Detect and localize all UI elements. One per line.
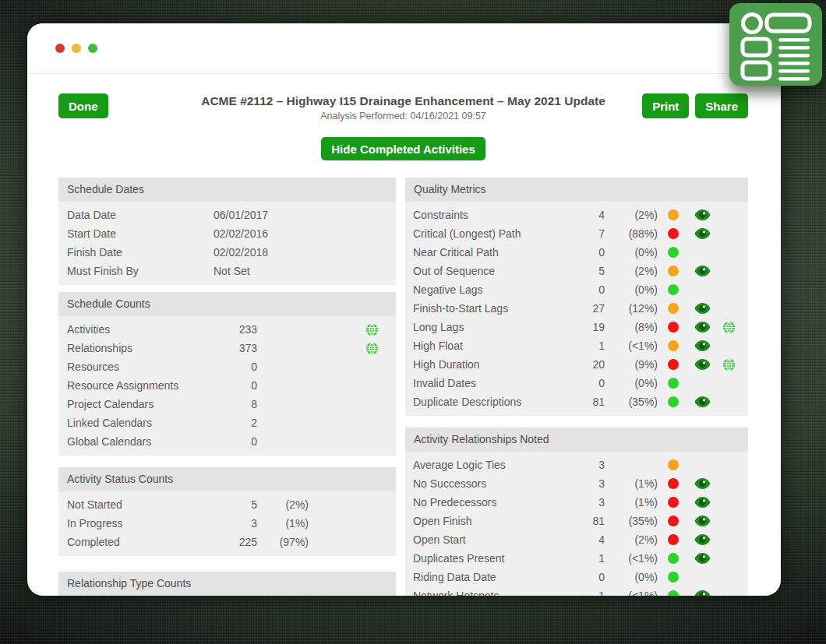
panel-body: Not Started 5 (2%) In Progress 3 (1%) bbox=[58, 491, 396, 556]
panel-body: Data Date 06/01/2017 Start Date 02/02/20… bbox=[58, 202, 396, 285]
row-count: 373 bbox=[207, 342, 257, 354]
row-label: Resources bbox=[67, 361, 207, 373]
row-count: 81 bbox=[569, 515, 605, 527]
row-label: Activities bbox=[67, 323, 207, 336]
eye-icon[interactable] bbox=[694, 340, 711, 351]
table-row: Resource Assignments 0 bbox=[58, 376, 396, 395]
eye-icon[interactable] bbox=[694, 359, 711, 370]
table-row: Riding Data Date 0 (0%) bbox=[405, 568, 748, 586]
status-dot bbox=[668, 572, 679, 582]
row-value: 02/02/2018 bbox=[214, 246, 387, 259]
row-label: In Progress bbox=[67, 517, 207, 530]
row-label: Completed bbox=[67, 536, 207, 548]
row-label: Start Date bbox=[67, 227, 214, 240]
row-value: 06/01/2017 bbox=[214, 209, 387, 221]
eye-icon[interactable] bbox=[694, 553, 711, 564]
row-label: Riding Data Date bbox=[413, 571, 569, 583]
share-button[interactable]: Share bbox=[695, 93, 748, 118]
eye-icon[interactable] bbox=[694, 478, 711, 489]
status-dot bbox=[668, 553, 679, 564]
table-row: Critical (Longest) Path 7 (88%) bbox=[405, 224, 748, 243]
right-column: Quality Metrics Constraints 4 (2%) bbox=[405, 178, 748, 596]
row-count: 225 bbox=[207, 536, 257, 548]
hide-completed-activities-button[interactable]: Hide Completed Activities bbox=[321, 137, 485, 160]
row-label: Constraints bbox=[413, 209, 569, 221]
app-window: Done ACME #2112 – Highway I15 Drainage E… bbox=[27, 23, 781, 596]
eye-icon[interactable] bbox=[694, 266, 711, 276]
row-count: 4 bbox=[569, 533, 605, 546]
row-label: Global Calendars bbox=[67, 435, 207, 448]
table-row: Finish-to-Start Lags 27 (12%) bbox=[405, 299, 748, 318]
panel-title: Activity Status Counts bbox=[58, 467, 396, 491]
row-percent: (1%) bbox=[605, 496, 658, 509]
status-dot bbox=[668, 340, 679, 351]
row-percent: (9%) bbox=[605, 358, 658, 371]
close-traffic-light-icon[interactable] bbox=[55, 44, 65, 53]
panel-body: Activities 233 bbox=[58, 316, 396, 456]
row-count: 4 bbox=[569, 209, 605, 221]
row-label: Critical (Longest) Path bbox=[413, 227, 569, 240]
row-label: No Successors bbox=[413, 477, 569, 490]
done-button[interactable]: Done bbox=[58, 93, 108, 118]
row-count: 1 bbox=[569, 552, 605, 565]
status-dot bbox=[668, 478, 679, 489]
table-row: Start Date 02/02/2016 bbox=[58, 224, 396, 243]
row-percent: (2%) bbox=[605, 209, 658, 221]
print-button[interactable]: Print bbox=[642, 93, 689, 118]
eye-icon[interactable] bbox=[694, 303, 711, 314]
status-dot bbox=[668, 590, 679, 596]
row-count: 3 bbox=[207, 517, 257, 530]
table-row: Invalid Dates 0 (0%) bbox=[405, 374, 748, 392]
row-count: 7 bbox=[569, 227, 605, 240]
table-row: Open Start 4 (2%) bbox=[405, 530, 748, 549]
row-label: Relationships bbox=[67, 342, 207, 354]
eye-icon[interactable] bbox=[694, 396, 711, 407]
row-label: Resource Assignments bbox=[67, 379, 207, 392]
eye-icon[interactable] bbox=[694, 322, 711, 333]
table-row: Completed 225 (97%) bbox=[58, 533, 396, 551]
row-count: 5 bbox=[569, 265, 605, 277]
row-count: 0 bbox=[569, 246, 605, 259]
table-row: Global Calendars 0 bbox=[58, 432, 396, 451]
status-dot bbox=[668, 303, 679, 314]
status-dot bbox=[668, 459, 679, 470]
eye-icon[interactable] bbox=[694, 590, 711, 596]
zoom-traffic-light-icon[interactable] bbox=[88, 44, 97, 53]
panel-quality-metrics: Quality Metrics Constraints 4 (2%) bbox=[405, 178, 748, 416]
table-row: Not Started 5 (2%) bbox=[58, 495, 396, 514]
panel-schedule-dates: Schedule Dates Data Date 06/01/2017 Star… bbox=[58, 178, 396, 285]
globe-icon[interactable] bbox=[366, 324, 378, 336]
table-row: Resources 0 bbox=[58, 357, 396, 376]
row-label: Finish-to-Start Lags bbox=[413, 302, 569, 315]
row-percent: (0%) bbox=[605, 571, 658, 583]
globe-icon[interactable] bbox=[366, 343, 378, 354]
minimize-traffic-light-icon[interactable] bbox=[72, 44, 81, 53]
panel-title: Relationship Type Counts bbox=[58, 572, 396, 596]
row-label: Open Start bbox=[413, 533, 569, 546]
table-row: No Successors 3 (1%) bbox=[405, 474, 748, 493]
status-dot bbox=[668, 378, 679, 389]
report-header: Done ACME #2112 – Highway I15 Drainage E… bbox=[58, 93, 748, 125]
eye-icon[interactable] bbox=[694, 497, 711, 508]
eye-icon[interactable] bbox=[694, 534, 711, 545]
row-count: 0 bbox=[569, 377, 605, 389]
row-percent: (2%) bbox=[605, 533, 658, 546]
status-dot bbox=[668, 284, 679, 295]
row-count: 0 bbox=[207, 435, 257, 448]
eye-icon[interactable] bbox=[694, 209, 711, 220]
row-percent: (88%) bbox=[605, 227, 658, 240]
row-percent: (8%) bbox=[605, 321, 658, 333]
header-actions: Print Share bbox=[642, 93, 748, 118]
globe-icon[interactable] bbox=[723, 322, 735, 333]
status-dot bbox=[668, 266, 679, 276]
globe-icon[interactable] bbox=[723, 359, 735, 371]
table-row: Near Critical Path 0 (0%) bbox=[405, 243, 748, 262]
table-row: Activities 233 bbox=[58, 320, 396, 339]
panel-body: Average Logic Ties 3 bbox=[405, 452, 748, 596]
eye-icon[interactable] bbox=[694, 228, 711, 239]
row-percent: (0%) bbox=[605, 246, 658, 259]
table-row: Finish Date 02/02/2018 bbox=[58, 243, 396, 262]
status-dot bbox=[668, 228, 679, 239]
table-row: Relationships 373 bbox=[58, 339, 396, 357]
eye-icon[interactable] bbox=[694, 516, 711, 526]
